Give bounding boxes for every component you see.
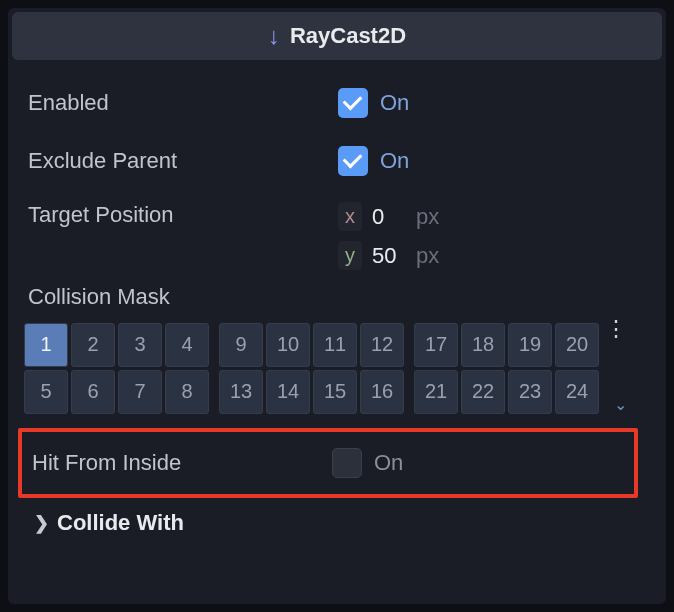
collision-mask-grid: 123456789101112131415161718192021222324 … bbox=[24, 322, 646, 414]
collision-layer-23[interactable]: 23 bbox=[508, 370, 552, 414]
section-header-raycast2d[interactable]: ↓ RayCast2D bbox=[12, 12, 662, 60]
collision-layer-4[interactable]: 4 bbox=[165, 323, 209, 367]
collision-layer-19[interactable]: 19 bbox=[508, 323, 552, 367]
section-title: RayCast2D bbox=[290, 23, 406, 49]
collision-layer-14[interactable]: 14 bbox=[266, 370, 310, 414]
prop-exclude-parent: Exclude Parent On bbox=[28, 132, 646, 190]
collision-layer-21[interactable]: 21 bbox=[414, 370, 458, 414]
target-position-y-value[interactable]: 50 bbox=[372, 243, 406, 269]
collision-layer-5[interactable]: 5 bbox=[24, 370, 68, 414]
more-options-icon[interactable]: ⋮ bbox=[605, 322, 627, 335]
collision-layer-1[interactable]: 1 bbox=[24, 323, 68, 367]
axis-x-label: x bbox=[338, 202, 362, 231]
target-position-y-unit: px bbox=[416, 243, 439, 269]
hit-from-inside-text: On bbox=[374, 450, 403, 476]
collision-layer-15[interactable]: 15 bbox=[313, 370, 357, 414]
arrow-down-icon: ↓ bbox=[268, 22, 280, 50]
enabled-checkbox[interactable] bbox=[338, 88, 368, 118]
target-position-x-row[interactable]: x 0 px bbox=[338, 202, 439, 231]
expand-layers-icon[interactable]: ⌄ bbox=[614, 395, 627, 414]
collision-layer-13[interactable]: 13 bbox=[219, 370, 263, 414]
collision-layer-17[interactable]: 17 bbox=[414, 323, 458, 367]
prop-collision-mask-label: Collision Mask bbox=[28, 280, 646, 322]
collision-layer-7[interactable]: 7 bbox=[118, 370, 162, 414]
target-position-y-row[interactable]: y 50 px bbox=[338, 241, 439, 270]
collision-layer-24[interactable]: 24 bbox=[555, 370, 599, 414]
target-position-x-unit: px bbox=[416, 204, 439, 230]
collision-layer-8[interactable]: 8 bbox=[165, 370, 209, 414]
exclude-parent-text: On bbox=[380, 148, 409, 174]
collision-layer-22[interactable]: 22 bbox=[461, 370, 505, 414]
collision-layer-11[interactable]: 11 bbox=[313, 323, 357, 367]
prop-target-position: Target Position x 0 px y 50 px bbox=[28, 190, 646, 280]
prop-collide-with[interactable]: ❯ Collide With bbox=[28, 504, 646, 536]
collision-layer-10[interactable]: 10 bbox=[266, 323, 310, 367]
collision-layer-6[interactable]: 6 bbox=[71, 370, 115, 414]
collision-layer-3[interactable]: 3 bbox=[118, 323, 162, 367]
prop-collide-with-label: Collide With bbox=[57, 510, 184, 536]
properties-list: Enabled On Exclude Parent On Target Posi… bbox=[8, 64, 666, 536]
target-position-x-value[interactable]: 0 bbox=[372, 204, 406, 230]
inspector-panel: ↓ RayCast2D Enabled On Exclude Parent On… bbox=[8, 8, 666, 604]
prop-enabled-label: Enabled bbox=[28, 90, 338, 116]
exclude-parent-checkbox[interactable] bbox=[338, 146, 368, 176]
collision-layer-16[interactable]: 16 bbox=[360, 370, 404, 414]
prop-hit-from-inside-label: Hit From Inside bbox=[32, 450, 332, 476]
hit-from-inside-checkbox[interactable] bbox=[332, 448, 362, 478]
enabled-text: On bbox=[380, 90, 409, 116]
collision-layer-12[interactable]: 12 bbox=[360, 323, 404, 367]
prop-hit-from-inside: Hit From Inside On bbox=[32, 448, 624, 478]
prop-target-position-label: Target Position bbox=[28, 202, 338, 228]
collision-layer-18[interactable]: 18 bbox=[461, 323, 505, 367]
collision-layer-9[interactable]: 9 bbox=[219, 323, 263, 367]
collision-layer-2[interactable]: 2 bbox=[71, 323, 115, 367]
chevron-right-icon: ❯ bbox=[34, 512, 49, 534]
axis-y-label: y bbox=[338, 241, 362, 270]
prop-enabled: Enabled On bbox=[28, 74, 646, 132]
highlight-annotation: Hit From Inside On bbox=[18, 428, 638, 498]
collision-layer-20[interactable]: 20 bbox=[555, 323, 599, 367]
prop-exclude-parent-label: Exclude Parent bbox=[28, 148, 338, 174]
